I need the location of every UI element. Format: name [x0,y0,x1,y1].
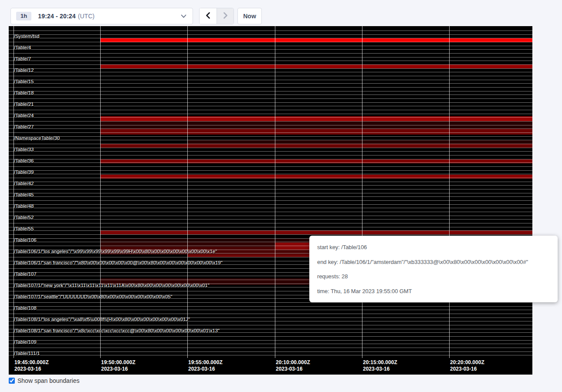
next-range-button[interactable] [217,8,234,24]
tooltip-end-key: end key: /Table/106/1/"amsterdam"/"\xb33… [317,255,550,270]
span-key-label: /Table/108/1/"san francisco"/"\x8c\xcc\x… [14,328,220,333]
time-range-picker[interactable]: 1h 19:24 - 20:24 (UTC) [10,8,193,24]
span-key-label: /Table/27 [14,124,34,129]
span-key-label: /Table/48 [14,203,34,209]
span-boundary-line [9,170,532,171]
span-boundary-line [9,212,532,212]
span-key-label: /NamespaceTable/30 [14,135,60,141]
span-key-label: /Table/108 [14,305,37,311]
span-boundary-line [9,30,532,31]
span-boundary-line [9,174,532,174]
span-key-label: /Table/106/1/"los angeles"/"\x99\x99\x99… [14,249,217,254]
tooltip-start-key: start key: /Table/106 [317,240,550,255]
span-boundary-line [9,182,532,182]
span-boundary-line [9,219,532,220]
x-tick-time: 19:55:00.000Z [188,359,223,366]
x-axis-tick: 20:10:00.000Z2023-03-16 [276,359,310,372]
span-boundary-line [9,185,532,186]
span-key-label: /Table/18 [14,90,34,95]
span-boundary-line [9,196,532,197]
heat-band[interactable] [100,230,532,234]
span-boundary-line [9,144,532,144]
chevron-left-icon [205,12,211,20]
span-boundary-line [9,102,532,103]
span-boundary-line [9,128,532,129]
span-boundary-line [9,53,532,54]
span-boundary-line [9,125,532,125]
span-boundary-line [9,166,532,167]
heat-band[interactable] [100,129,532,135]
x-tick-time: 20:15:00.000Z [363,359,397,366]
x-tick-date: 2023-03-16 [276,366,310,372]
heat-band[interactable] [100,144,532,148]
span-boundary-line [9,117,532,118]
span-boundary-line [9,230,532,231]
span-key-label: /Table/39 [14,169,34,175]
span-key-label: /Table/33 [14,147,34,152]
x-tick-time: 19:45:00.000Z [14,359,49,366]
span-boundary-line [9,61,532,61]
span-boundary-line [9,136,532,137]
span-boundary-line [9,310,532,310]
x-tick-time: 20:20:00.000Z [450,359,484,366]
span-boundary-line [9,234,532,235]
heat-band[interactable] [100,64,532,68]
span-boundary-line [9,110,532,110]
span-boundary-line [9,306,532,307]
tooltip-requests: requests: 28 [317,269,550,284]
span-boundary-line [9,76,532,76]
span-boundary-line [9,151,532,152]
range-timezone: (UTC) [78,13,95,20]
x-axis-tick: 19:55:00.000Z2023-03-16 [188,359,223,372]
span-boundary-line [9,91,532,91]
range-step-buttons [199,8,234,24]
time-gridline [362,26,362,358]
span-key-label: /Table/12 [14,68,34,73]
span-boundary-line [9,57,532,57]
x-axis-tick: 19:50:00.000Z2023-03-16 [101,359,135,372]
span-boundary-line [9,38,532,38]
span-boundary-line [9,68,532,69]
span-key-label: /Table/15 [14,79,34,84]
span-key-label: /Table/21 [14,101,34,107]
span-boundary-line [9,159,532,159]
span-boundary-line [9,64,532,65]
span-key-label: /Table/109 [14,339,37,345]
span-key-label: /Table/4 [14,45,31,50]
span-key-label: /Table/52 [14,215,34,220]
span-boundary-line [9,34,532,35]
span-key-label: /Table/45 [14,192,34,197]
key-visualizer-canvas[interactable]: /System/tsd/Table/4/Table/7/Table/12/Tab… [9,26,532,375]
x-tick-time: 20:10:00.000Z [276,359,310,366]
range-duration-badge: 1h [16,12,31,20]
span-key-label: /Table/107/1/"new york"/"\x11\x11\x11\x1… [14,283,210,288]
x-axis-tick: 20:15:00.000Z2023-03-16 [363,359,397,372]
span-boundary-line [9,302,532,303]
x-tick-time: 19:50:00.000Z [101,359,135,366]
span-boundary-line [9,121,532,122]
show-span-boundaries-checkbox[interactable] [9,378,15,384]
time-gridline [187,26,188,358]
range-text: 19:24 - 20:24 [38,13,76,20]
now-button[interactable]: Now [237,8,262,24]
span-boundary-line [9,208,532,208]
span-boundary-line [9,336,532,337]
span-key-label: /Table/108/1/"los angeles"/"\xa8\xf5\u00… [14,317,190,322]
span-boundary-line [9,46,532,46]
x-axis-tick: 19:45:00.000Z2023-03-16 [14,359,49,372]
span-boundary-line [9,200,532,201]
x-tick-date: 2023-03-16 [188,366,223,372]
span-boundary-line [9,87,532,88]
span-boundary-line [9,178,532,178]
span-boundary-line [9,348,532,348]
span-boundary-line [9,42,532,42]
span-boundary-line [9,355,532,355]
span-key-label: /Table/107/1/"seattle"/"UUUUUUD\x00\x80\… [14,294,173,299]
heat-band[interactable] [187,140,532,144]
time-gridline [100,26,101,358]
prev-range-button[interactable] [200,8,217,24]
show-span-boundaries-control[interactable]: Show span boundaries [9,377,79,384]
chevron-down-icon [181,14,186,18]
x-tick-date: 2023-03-16 [363,366,397,372]
span-boundary-line [9,106,532,106]
